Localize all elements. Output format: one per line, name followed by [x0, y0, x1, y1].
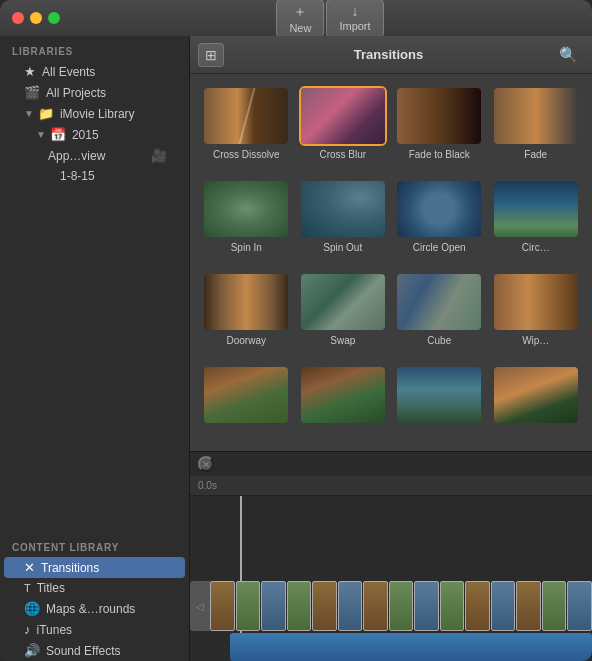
main-layout: LIBRARIES ★ All Events 🎬 All Projects ▼ …	[0, 36, 592, 661]
music-icon: ♪	[24, 622, 31, 637]
sidebar: LIBRARIES ★ All Events 🎬 All Projects ▼ …	[0, 36, 190, 661]
clip-thumb-5[interactable]	[312, 581, 337, 631]
new-button[interactable]: ＋ New	[276, 0, 324, 38]
video-icon: 🎥	[151, 148, 167, 163]
transition-item-row4c[interactable]	[391, 361, 488, 443]
maps-icon: 🌐	[24, 601, 40, 616]
content-title: Transitions	[232, 47, 545, 62]
sidebar-item-itunes[interactable]: ♪ iTunes	[4, 619, 185, 640]
track-clips	[210, 581, 592, 631]
transition-item-circle-open[interactable]: Circle Open	[391, 175, 488, 268]
cross-blur-label: Cross Blur	[319, 149, 366, 160]
transition-item-cross-blur[interactable]: Cross Blur	[295, 82, 392, 175]
clip-thumb-3[interactable]	[261, 581, 286, 631]
time-label: 0.0s	[198, 480, 217, 491]
clip-thumb-8[interactable]	[389, 581, 414, 631]
titles-icon: T	[24, 582, 31, 594]
transition-item-wipe[interactable]: Wip…	[488, 268, 585, 361]
sidebar-item-date[interactable]: 1-8-15	[4, 166, 185, 186]
sound-effects-label: Sound Effects	[46, 644, 121, 658]
swap-thumbnail	[299, 272, 387, 332]
year-2015-label: 2015	[72, 128, 99, 142]
folder-icon: 📁	[38, 106, 54, 121]
clip-thumb-1[interactable]	[210, 581, 235, 631]
sidebar-item-sound-effects[interactable]: 🔊 Sound Effects	[4, 640, 185, 661]
clip-thumb-11[interactable]	[465, 581, 490, 631]
transition-item-cube[interactable]: Cube	[391, 268, 488, 361]
film-icon: 🎬	[24, 85, 40, 100]
transition-item-fade-black[interactable]: Fade to Black	[391, 82, 488, 175]
transition-item-spin-in[interactable]: Spin In	[198, 175, 295, 268]
sidebar-spacer	[0, 186, 189, 532]
chevron-down-icon-2: ▼	[36, 129, 46, 140]
sidebar-item-transitions[interactable]: ✕ Transitions	[4, 557, 185, 578]
maximize-button[interactable]	[48, 12, 60, 24]
transition-item-fade[interactable]: Fade	[488, 82, 585, 175]
cube-thumbnail	[395, 272, 483, 332]
transition-item-row4a[interactable]	[198, 361, 295, 443]
wipe-thumbnail	[492, 272, 580, 332]
close-button[interactable]	[12, 12, 24, 24]
circle-open-label: Circle Open	[413, 242, 466, 253]
spin-out-label: Spin Out	[323, 242, 362, 253]
traffic-lights	[12, 12, 60, 24]
transition-item-spin-out[interactable]: Spin Out	[295, 175, 392, 268]
clip-thumb-4[interactable]	[287, 581, 312, 631]
sidebar-item-2015[interactable]: ▼ 📅 2015	[4, 124, 185, 145]
sidebar-item-all-events[interactable]: ★ All Events	[4, 61, 185, 82]
timeline-area: ◁	[190, 496, 592, 661]
clip-thumb-15[interactable]	[567, 581, 592, 631]
titlebar-actions: ＋ New ↓ Import	[276, 0, 383, 38]
sidebar-item-imovie-library[interactable]: ▼ 📁 iMovie Library	[4, 103, 185, 124]
clip-thumb-13[interactable]	[516, 581, 541, 631]
sidebar-item-maps[interactable]: 🌐 Maps &…rounds	[4, 598, 185, 619]
timeline-close-area: ✕	[190, 452, 592, 476]
bottom-section: ✕ 0.0s ◁	[190, 451, 592, 661]
cross-dissolve-thumbnail	[202, 86, 290, 146]
transition-item-row4b[interactable]	[295, 361, 392, 443]
content-toolbar: ⊞ Transitions 🔍	[190, 36, 592, 74]
sidebar-item-appview[interactable]: App…view 🎥	[4, 145, 185, 166]
date-label: 1-8-15	[60, 169, 95, 183]
transition-item-circle[interactable]: Circ…	[488, 175, 585, 268]
appview-label: App…view	[48, 149, 105, 163]
clip-thumb-9[interactable]	[414, 581, 439, 631]
grid-toggle-button[interactable]: ⊞	[198, 43, 224, 67]
libraries-section-label: LIBRARIES	[0, 36, 189, 61]
transition-item-swap[interactable]: Swap	[295, 268, 392, 361]
clip-thumb-14[interactable]	[542, 581, 567, 631]
content-area: ⊞ Transitions 🔍 Cross Dissolve Cross Blu…	[190, 36, 592, 661]
circle-label: Circ…	[522, 242, 550, 253]
fade-label: Fade	[524, 149, 547, 160]
search-button[interactable]: 🔍	[553, 44, 584, 66]
spin-out-thumbnail	[299, 179, 387, 239]
fade-black-label: Fade to Black	[409, 149, 470, 160]
timeline-ruler: 0.0s	[190, 476, 592, 496]
row4d-thumbnail	[492, 365, 580, 425]
transition-item-cross-dissolve[interactable]: Cross Dissolve	[198, 82, 295, 175]
clip-thumb-12[interactable]	[491, 581, 516, 631]
circle-thumbnail	[492, 179, 580, 239]
all-events-label: All Events	[42, 65, 95, 79]
transitions-sidebar-label: Transitions	[41, 561, 99, 575]
row4b-thumbnail	[299, 365, 387, 425]
timeline-track: ◁	[190, 581, 592, 631]
transitions-icon: ✕	[24, 560, 35, 575]
clip-thumb-6[interactable]	[338, 581, 363, 631]
clip-thumb-7[interactable]	[363, 581, 388, 631]
transition-item-row4d[interactable]	[488, 361, 585, 443]
imovie-library-label: iMovie Library	[60, 107, 135, 121]
clip-thumb-10[interactable]	[440, 581, 465, 631]
import-button[interactable]: ↓ Import	[326, 0, 383, 38]
fade-black-thumbnail	[395, 86, 483, 146]
minimize-button[interactable]	[30, 12, 42, 24]
sidebar-item-all-projects[interactable]: 🎬 All Projects	[4, 82, 185, 103]
transitions-grid: Cross Dissolve Cross Blur Fade to Black …	[190, 74, 592, 451]
timeline-close-button[interactable]: ✕	[198, 456, 214, 472]
row4c-thumbnail	[395, 365, 483, 425]
sidebar-item-titles[interactable]: T Titles	[4, 578, 185, 598]
clip-thumb-2[interactable]	[236, 581, 261, 631]
chevron-down-icon: ▼	[24, 108, 34, 119]
transition-item-doorway[interactable]: Doorway	[198, 268, 295, 361]
sound-icon: 🔊	[24, 643, 40, 658]
